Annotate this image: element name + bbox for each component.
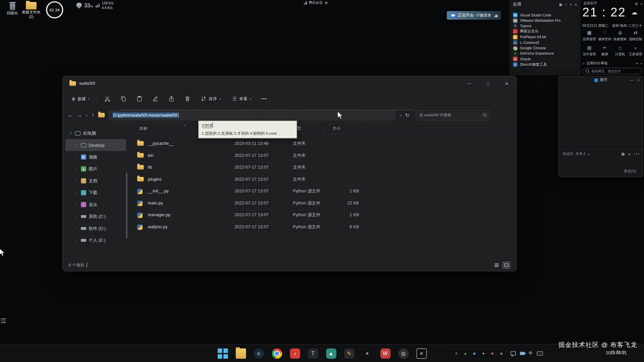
nav-item[interactable]: › ≡ 文档 [65, 175, 126, 187]
add-icon[interactable] [640, 62, 642, 65]
file-row[interactable]: manager.py 2022-07-17 13:07 Python 源文件 1… [130, 209, 516, 221]
more-icon[interactable] [634, 152, 639, 156]
add-icon[interactable] [325, 1, 328, 5]
more-button[interactable] [259, 96, 269, 101]
search-result-app[interactable]: Google Chrome [513, 45, 577, 51]
quick-action[interactable]: ◎ 快捷搜索 [612, 29, 628, 42]
search-result-app[interactable]: O Oracle [513, 56, 577, 62]
taskbar-app[interactable]: ≡ [416, 348, 427, 359]
column-name[interactable]: 名称 [139, 126, 147, 131]
back-button[interactable] [68, 112, 73, 118]
meeting-banner[interactable]: 正在开会: 小迪安全 [447, 11, 501, 20]
chat-bubble-icon[interactable] [511, 351, 516, 355]
meeting-capture-toolbar[interactable]: 腾讯会议 [304, 0, 328, 5]
desktop-icon-new-folder[interactable]: 新建文件夹(2) [21, 1, 41, 19]
history-chevron-icon[interactable] [86, 114, 88, 117]
file-row[interactable]: main.py 2022-07-17 13:07 Python 源文件 22 K… [130, 197, 516, 209]
search-result-app[interactable]: vm VMware Workstation Pro [513, 18, 577, 23]
nav-item[interactable]: › 系统 (C:) [65, 210, 126, 223]
chevron-icon[interactable]: › [75, 179, 78, 183]
gear-icon[interactable] [635, 2, 638, 6]
file-row[interactable]: bin 2022-07-17 13:07 文件夹 [130, 150, 516, 162]
address-bar[interactable]: D:\python\wafw00f-master\wafw00f [108, 110, 396, 121]
quick-action[interactable]: ♡ 健身空间 [597, 29, 612, 42]
taskbar-app[interactable] [217, 348, 228, 359]
taskbar-app[interactable]: ✎ [343, 348, 355, 359]
taskbar-app[interactable]: e [253, 348, 264, 359]
file-row[interactable]: wafprio.py 2022-07-17 13:07 Python 源文件 6… [130, 221, 516, 233]
monitor-float-ball[interactable]: 61 34 [46, 1, 63, 18]
share-button[interactable] [166, 94, 178, 104]
quick-action[interactable]: □ 计算机 [612, 45, 628, 57]
assistant-search-input[interactable]: 搜索网页、查找文件 [582, 68, 642, 74]
search-result-app[interactable]: T Typora [513, 23, 577, 29]
taskbar-app[interactable]: ▲ [325, 348, 337, 359]
add-icon[interactable] [565, 3, 567, 6]
new-button[interactable]: 新建 [68, 94, 93, 104]
search-result-app[interactable]: ♪ 网易云音乐 [513, 29, 577, 34]
chevron-icon[interactable]: › [75, 155, 78, 159]
search-result-app[interactable]: X DirectX修复工具 [513, 62, 577, 67]
taskbar-app[interactable]: ♪ [289, 348, 301, 359]
chat-tray-icon[interactable]: ■ [490, 351, 495, 356]
taskbar-app[interactable]: × [362, 348, 373, 359]
search-result-app[interactable]: L L-Connect3 [513, 40, 577, 45]
desktop-icon-recycle-bin[interactable]: 回收站 [2, 1, 22, 15]
search-result-app[interactable]: VS Visual Studio Code [513, 12, 577, 18]
taskbar-app[interactable]: ◍ [397, 348, 409, 359]
ime-prev-page-icon[interactable] [289, 131, 291, 135]
graphics-tray-icon[interactable]: ▲ [463, 351, 468, 356]
view-button[interactable]: 查看 [228, 94, 255, 104]
search-result-app[interactable]: ▶ PotPlayer 64 bit [513, 34, 577, 40]
minimize-icon[interactable] [630, 78, 634, 82]
performance-widget[interactable]: 33% 128 K/s 4.4 K/s [76, 1, 114, 10]
chevron-icon[interactable]: › [75, 203, 78, 206]
quick-action[interactable]: ⇄ 远程控制 [628, 29, 643, 42]
edge-menu-icon[interactable] [1, 318, 6, 323]
sort-button[interactable]: 排序 [198, 94, 224, 104]
security-tray-icon[interactable]: ◆ [472, 351, 477, 356]
chevron-icon[interactable]: › [75, 238, 78, 242]
ime-candidates[interactable]: 1.层面的 2.充满电 3.才买的 4.聪明的 5.cmd [202, 131, 276, 136]
minimize-button[interactable] [460, 76, 478, 90]
nav-item[interactable]: › ▶ 视频 [65, 151, 126, 163]
ime-next-page-icon[interactable] [292, 131, 294, 135]
file-row[interactable]: plugins 2022-07-17 13:07 文件夹 [130, 174, 516, 186]
chevron-icon[interactable]: ∨ [69, 131, 73, 135]
nav-item[interactable]: › ♪ 音乐 [65, 199, 126, 211]
file-row[interactable]: __pycache__ 2023-03-21 13:48 文件夹 [130, 138, 516, 150]
address-dropdown-icon[interactable] [399, 114, 401, 117]
search-result-app[interactable]: G GeForce Experience [513, 51, 577, 56]
taskbar-app[interactable]: T [307, 348, 319, 359]
chevron-icon[interactable]: › [75, 191, 78, 194]
meeting-tray-icon[interactable] [520, 352, 524, 355]
nav-item[interactable]: › ▲ 图片 [65, 163, 126, 175]
quick-action[interactable]: ▤ 文件管理 [582, 45, 597, 57]
icons-view-toggle[interactable] [502, 261, 511, 268]
nav-item[interactable]: › 软件 (D:) [65, 223, 126, 235]
rename-button[interactable] [150, 94, 162, 104]
chevron-down-icon[interactable] [588, 153, 590, 156]
cut-button[interactable] [102, 94, 114, 104]
send-to-value[interactable]: 所有人 [576, 152, 586, 157]
nav-scrollbar[interactable] [126, 173, 127, 239]
chevron-icon[interactable]: › [75, 215, 78, 218]
close-icon[interactable] [640, 2, 642, 6]
nav-item[interactable]: › 个人 (E:) [65, 234, 126, 246]
quick-action[interactable]: + 工具管理 [628, 45, 643, 57]
paste-button[interactable] [133, 94, 146, 104]
taskbar-app[interactable] [271, 348, 282, 359]
cloud-tray-icon[interactable]: ● [481, 351, 486, 356]
emoji-icon[interactable] [628, 152, 631, 156]
image-icon[interactable] [621, 152, 625, 156]
todo-row[interactable]: 近期待办事项 [582, 61, 642, 66]
popout-icon[interactable] [637, 78, 639, 82]
refresh-button[interactable] [405, 112, 409, 118]
hidden-icons-chevron[interactable]: ∧ [453, 351, 459, 356]
forward-button[interactable] [77, 112, 82, 118]
explorer-titlebar[interactable]: wafw00f [63, 76, 516, 90]
chevron-icon[interactable]: › [75, 167, 78, 171]
chevron-icon[interactable]: › [75, 227, 78, 230]
taskbar-app[interactable] [235, 348, 246, 359]
nav-item[interactable]: › Desktop [65, 139, 126, 151]
